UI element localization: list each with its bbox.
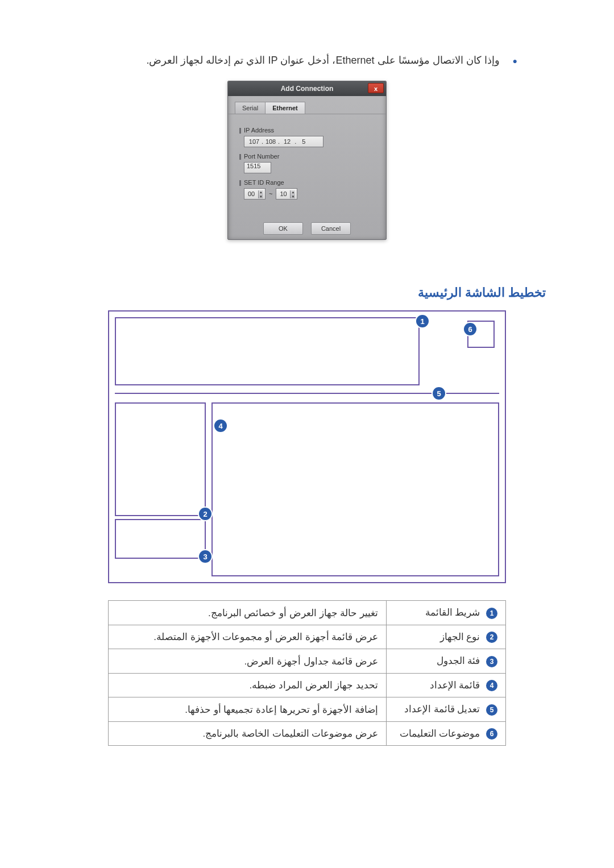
legend-body: 1 شريط القائمة تغيير حالة جهاز العرض أو … — [109, 601, 506, 746]
ok-button[interactable]: OK — [263, 222, 303, 235]
legend-name-cell: 5 تعديل قائمة الإعداد — [387, 697, 506, 722]
row-badge-icon: 1 — [486, 608, 497, 619]
ip-address-label: IP Address — [244, 127, 374, 134]
ip-octet-4[interactable]: 5 — [296, 138, 311, 145]
legend-name: شريط القائمة — [425, 607, 480, 618]
range-to-value: 10 — [280, 190, 287, 197]
legend-desc: تغيير حالة جهاز العرض أو خصائص البرنامج. — [109, 601, 387, 625]
spinner-arrows-icon[interactable]: ▲▼ — [291, 190, 294, 198]
table-row: 1 شريط القائمة تغيير حالة جهاز العرض أو … — [109, 601, 506, 625]
spinner-arrows-icon[interactable]: ▲▼ — [259, 190, 263, 198]
row-badge-icon: 6 — [486, 728, 497, 740]
row-badge-icon: 4 — [486, 680, 497, 691]
row-badge-icon: 2 — [486, 632, 497, 643]
dialog-title-bar: Add Connection x — [228, 81, 386, 96]
legend-desc: عرض موضوعات التعليمات الخاصة بالبرنامج. — [109, 721, 387, 746]
legend-name-cell: 6 موضوعات التعليمات — [387, 721, 506, 746]
table-row: 3 فئة الجدول عرض قائمة جداول أجهزة العرض… — [109, 649, 506, 674]
layout-region-3 — [115, 519, 206, 559]
set-id-range-row: 00 ▲▼ ~ 10 ▲▼ — [244, 188, 374, 200]
port-group: Port Number 1515 — [240, 153, 374, 173]
layout-diagram: 1 6 5 4 2 3 — [108, 310, 506, 583]
row-badge-icon: 3 — [486, 656, 497, 667]
tab-serial[interactable]: Serial — [235, 102, 265, 114]
intro-paragraph: ● وإذا كان الاتصال مؤسسًا على Ethernet، … — [68, 51, 517, 69]
cancel-button[interactable]: Cancel — [311, 222, 351, 235]
dialog-tabs: Serial Ethernet — [228, 96, 386, 114]
range-from-stepper[interactable]: 00 ▲▼ — [244, 188, 265, 200]
badge-5-icon: 5 — [433, 387, 445, 400]
bullet-icon: ● — [513, 54, 517, 68]
set-id-range-label: SET ID Range — [244, 179, 374, 186]
range-to-stepper[interactable]: 10 ▲▼ — [276, 188, 297, 200]
legend-name: موضوعات التعليمات — [400, 728, 480, 739]
table-row: 5 تعديل قائمة الإعداد إضافة الأجهزة أو ت… — [109, 697, 506, 722]
add-connection-dialog: Add Connection x Serial Ethernet IP Addr… — [227, 81, 387, 240]
dialog-form: IP Address 107 . 108 . 12 . 5 Port Numbe… — [228, 114, 386, 219]
table-row: 6 موضوعات التعليمات عرض موضوعات التعليما… — [109, 721, 506, 746]
legend-name: قائمة الإعداد — [430, 680, 480, 691]
legend-name: تعديل قائمة الإعداد — [404, 704, 480, 715]
ip-octet-3[interactable]: 12 — [280, 138, 294, 145]
row-badge-icon: 5 — [486, 704, 497, 716]
legend-name-cell: 1 شريط القائمة — [387, 601, 506, 625]
legend-table: 1 شريط القائمة تغيير حالة جهاز العرض أو … — [108, 600, 506, 746]
ip-octet-1[interactable]: 107 — [247, 138, 262, 145]
range-group: SET ID Range 00 ▲▼ ~ 10 ▲▼ — [240, 179, 374, 200]
intro-text: وإذا كان الاتصال مؤسسًا على Ethernet، أد… — [146, 55, 499, 66]
ip-address-input[interactable]: 107 . 108 . 12 . 5 — [244, 136, 323, 147]
ip-group: IP Address 107 . 108 . 12 . 5 — [240, 127, 374, 147]
legend-name: فئة الجدول — [437, 655, 480, 666]
legend-name: نوع الجهاز — [440, 632, 480, 642]
port-number-input[interactable]: 1515 — [244, 162, 271, 173]
legend-name-cell: 4 قائمة الإعداد — [387, 673, 506, 697]
layout-region-4 — [211, 402, 499, 576]
badge-1-icon: 1 — [416, 315, 429, 327]
legend-name-cell: 2 نوع الجهاز — [387, 625, 506, 649]
dialog-title-text: Add Connection — [281, 85, 334, 93]
legend-desc: عرض قائمة جداول أجهزة العرض. — [109, 649, 387, 674]
legend-desc: إضافة الأجهزة أو تحريرها إعادة تجميعها أ… — [109, 697, 387, 722]
ip-octet-2[interactable]: 108 — [263, 138, 278, 145]
table-row: 4 قائمة الإعداد تحديد جهاز العرض المراد … — [109, 673, 506, 697]
dialog-container: Add Connection x Serial Ethernet IP Addr… — [68, 81, 546, 240]
section-heading: تخطيط الشاشة الرئيسية — [68, 285, 546, 300]
badge-3-icon: 3 — [199, 550, 211, 563]
legend-name-cell: 3 فئة الجدول — [387, 649, 506, 674]
range-from-value: 00 — [248, 190, 255, 197]
badge-2-icon: 2 — [199, 508, 211, 520]
tab-ethernet[interactable]: Ethernet — [265, 102, 305, 114]
layout-region-1 — [115, 317, 420, 385]
layout-region-2 — [115, 402, 206, 516]
range-separator: ~ — [269, 190, 272, 197]
legend-desc: عرض قائمة أجهزة العرض أو مجموعات الأجهزة… — [109, 625, 387, 649]
dialog-actions: OK Cancel — [228, 222, 386, 235]
close-icon[interactable]: x — [368, 83, 384, 93]
port-number-label: Port Number — [244, 153, 374, 160]
legend-desc: تحديد جهاز العرض المراد ضبطه. — [109, 673, 387, 697]
table-row: 2 نوع الجهاز عرض قائمة أجهزة العرض أو مج… — [109, 625, 506, 649]
